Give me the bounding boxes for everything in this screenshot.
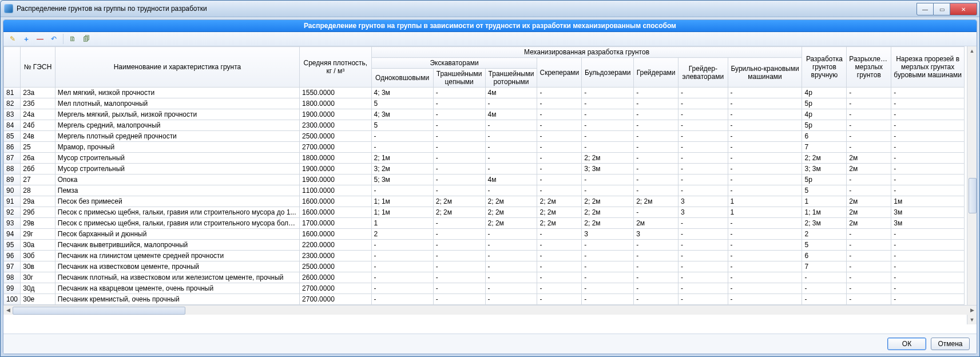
data-cell[interactable]: - xyxy=(537,240,582,251)
col-exc-chain[interactable]: Траншейными цепными xyxy=(433,69,485,88)
data-cell[interactable]: - xyxy=(891,251,965,261)
data-cell[interactable]: - xyxy=(537,272,582,283)
table-row[interactable]: 8726аМусор строительный1800.00002; 1м---… xyxy=(4,153,965,164)
add-button[interactable]: ＋ xyxy=(21,33,32,45)
data-cell[interactable]: - xyxy=(728,164,802,174)
data-cell[interactable]: - xyxy=(371,261,433,272)
data-cell[interactable]: - xyxy=(537,261,582,272)
data-cell[interactable]: Песчаник кремнистый, очень прочный xyxy=(55,294,299,305)
data-cell[interactable]: - xyxy=(485,229,537,240)
data-cell[interactable]: - xyxy=(371,294,433,305)
data-cell[interactable]: - xyxy=(847,229,891,240)
col-scrapers[interactable]: Скреперами xyxy=(537,58,582,88)
table-row[interactable]: 10030еПесчаник кремнистый, очень прочный… xyxy=(4,294,965,305)
col-mech-group[interactable]: Механизированная разработка грунтов xyxy=(371,47,802,58)
data-cell[interactable]: 1100.0000 xyxy=(300,185,371,196)
data-cell[interactable]: - xyxy=(847,88,891,98)
row-number-cell[interactable]: 83 xyxy=(4,109,21,120)
data-cell[interactable]: 2м xyxy=(847,153,891,164)
data-cell[interactable]: - xyxy=(891,272,965,283)
vertical-scrollbar[interactable]: ▲ ▼ xyxy=(967,46,977,324)
data-cell[interactable]: Мергель мягкий, рыхлый, низкой прочности xyxy=(55,109,299,120)
data-cell[interactable]: - xyxy=(728,261,802,272)
data-cell[interactable]: - xyxy=(634,120,679,131)
table-row[interactable]: 8424бМергель средний, малопрочный2300.00… xyxy=(4,120,965,131)
data-cell[interactable]: - xyxy=(679,229,728,240)
data-cell[interactable]: - xyxy=(433,294,485,305)
data-cell[interactable]: - xyxy=(891,109,965,120)
table-row[interactable]: 9830гПесчаник плотный, на известковом ил… xyxy=(4,272,965,283)
data-cell[interactable]: - xyxy=(433,131,485,142)
table-row[interactable]: 8123аМел мягкий, низкой прочности1550.00… xyxy=(4,88,965,98)
row-number-cell[interactable]: 91 xyxy=(4,196,21,207)
data-cell[interactable]: 29б xyxy=(21,207,55,218)
data-cell[interactable]: - xyxy=(679,120,728,131)
row-number-cell[interactable]: 99 xyxy=(4,283,21,294)
data-cell[interactable]: - xyxy=(891,229,965,240)
data-cell[interactable]: 29г xyxy=(21,229,55,240)
data-cell[interactable]: 2700.0000 xyxy=(300,142,371,153)
data-cell[interactable]: - xyxy=(433,185,485,196)
data-cell[interactable]: - xyxy=(728,131,802,142)
data-cell[interactable]: 4р xyxy=(802,88,847,98)
data-cell[interactable]: 5р xyxy=(802,174,847,185)
col-density[interactable]: Средняя плотность, кг / м³ xyxy=(300,47,371,88)
data-cell[interactable]: 30г xyxy=(21,272,55,283)
data-cell[interactable]: - xyxy=(679,142,728,153)
data-cell[interactable]: Мел плотный, малопрочный xyxy=(55,98,299,109)
col-frost[interactable]: Разрыхление мерзлых грунтов xyxy=(847,47,891,88)
data-cell[interactable]: - xyxy=(582,109,634,120)
data-cell[interactable]: 2; 2м xyxy=(582,196,634,207)
data-cell[interactable]: 2200.0000 xyxy=(300,240,371,251)
row-number-cell[interactable]: 93 xyxy=(4,218,21,229)
data-cell[interactable]: - xyxy=(537,251,582,261)
data-cell[interactable]: 1800.0000 xyxy=(300,153,371,164)
data-cell[interactable]: - xyxy=(728,229,802,240)
col-exc-rotor[interactable]: Траншейными роторными xyxy=(485,69,537,88)
data-cell[interactable]: 23а xyxy=(21,88,55,98)
data-cell[interactable]: 3м xyxy=(891,207,965,218)
data-cell[interactable]: - xyxy=(679,251,728,261)
data-cell[interactable]: - xyxy=(433,120,485,131)
col-grader-elev[interactable]: Грейдер-элеваторами xyxy=(679,58,728,88)
data-cell[interactable]: 2м xyxy=(847,196,891,207)
data-cell[interactable]: 1м xyxy=(891,196,965,207)
data-cell[interactable]: - xyxy=(582,88,634,98)
data-cell[interactable]: - xyxy=(847,98,891,109)
data-cell[interactable]: - xyxy=(728,283,802,294)
cancel-button[interactable]: Отмена xyxy=(931,338,970,350)
data-cell[interactable]: 4; 3м xyxy=(371,88,433,98)
data-cell[interactable]: 3м xyxy=(891,218,965,229)
data-cell[interactable]: - xyxy=(582,251,634,261)
data-cell[interactable]: 3; 2м xyxy=(371,164,433,174)
data-cell[interactable]: 4м xyxy=(485,88,537,98)
horizontal-scrollbar[interactable]: ◀ ▶ xyxy=(3,305,977,315)
data-cell[interactable]: 1 xyxy=(802,196,847,207)
data-cell[interactable]: - xyxy=(891,240,965,251)
data-cell[interactable]: - xyxy=(634,283,679,294)
row-number-cell[interactable]: 87 xyxy=(4,153,21,164)
data-cell[interactable]: 1 xyxy=(371,218,433,229)
data-cell[interactable]: - xyxy=(728,294,802,305)
maximize-button[interactable]: ▭ xyxy=(934,3,950,15)
data-cell[interactable]: - xyxy=(891,283,965,294)
close-button[interactable]: ✕ xyxy=(950,3,977,15)
data-cell[interactable]: Мергель средний, малопрочный xyxy=(55,120,299,131)
data-cell[interactable]: Песчаник на известковом цементе, прочный xyxy=(55,261,299,272)
data-cell[interactable]: 2; 3м xyxy=(802,218,847,229)
data-cell[interactable]: - xyxy=(634,251,679,261)
data-cell[interactable]: - xyxy=(371,240,433,251)
table-row[interactable]: 9530аПесчаник выветрившийся, малопрочный… xyxy=(4,240,965,251)
minimize-button[interactable]: — xyxy=(916,3,934,15)
data-cell[interactable]: 1800.0000 xyxy=(300,98,371,109)
data-cell[interactable]: - xyxy=(679,261,728,272)
remove-button[interactable]: — xyxy=(34,33,46,45)
data-cell[interactable]: - xyxy=(634,98,679,109)
data-cell[interactable]: - xyxy=(582,142,634,153)
data-cell[interactable]: - xyxy=(728,109,802,120)
data-cell[interactable]: 2; 2м xyxy=(582,218,634,229)
data-cell[interactable]: 2500.0000 xyxy=(300,131,371,142)
data-cell[interactable]: 2; 2м xyxy=(537,207,582,218)
data-cell[interactable]: Песчаник плотный, на известковом или жел… xyxy=(55,272,299,283)
data-cell[interactable]: 2; 2м xyxy=(802,153,847,164)
